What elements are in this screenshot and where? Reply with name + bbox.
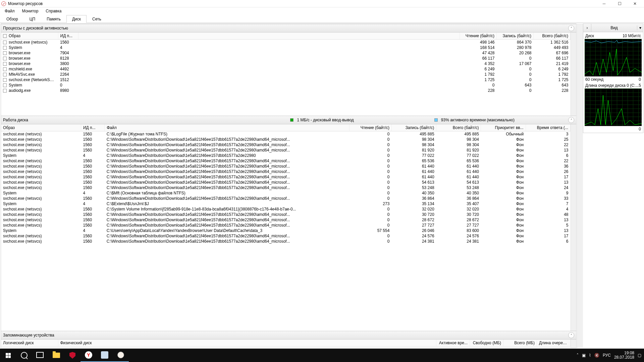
taskbar-yandex[interactable]: Y [80,349,97,362]
task-view-button[interactable] [32,349,48,362]
col-read[interactable]: Чтение (байт/с) [349,124,391,131]
processes-table[interactable]: Образ ИД п... Чтение (байт/с) Запись (ба… [1,33,571,116]
col-image[interactable]: Образ [1,124,81,131]
wifi-icon[interactable]: ⌇ [589,353,591,358]
table-row[interactable]: System00643643 [1,82,571,88]
table-row[interactable]: svchost.exe (NetworkService)15121 72501 … [1,77,571,82]
table-row[interactable]: svchost.exe (netsvcs)1560C:\Windows\Soft… [1,164,571,169]
row-checkbox[interactable] [3,78,7,82]
table-row[interactable]: svchost.exe (netsvcs)1560C:\Windows\Soft… [1,147,571,153]
table-row[interactable]: svchost.exe (netsvcs)1560498 146864 3701… [1,40,571,45]
table-header-row[interactable]: Образ ИД п... Файл Чтение (байт/с) Запис… [1,124,571,131]
select-all-checkbox[interactable] [3,34,7,38]
notifications-button[interactable]: ▢ [638,353,641,358]
table-row[interactable]: mcshield.exe44926 24906 249 [1,66,571,72]
table-row[interactable]: svchost.exe (netsvcs)1560C:\Windows\Soft… [1,217,571,223]
table-row[interactable]: System4C:\$Extend\$UsnJrnl:$J27335 13435… [1,201,571,206]
col-read[interactable]: Чтение (байт/с) [460,33,497,40]
taskbar-app[interactable] [97,349,113,362]
table-header-row[interactable]: Логический диск Физический диск Активное… [1,340,571,347]
table-header-row[interactable]: Образ ИД п... Чтение (байт/с) Запись (ба… [1,33,571,40]
col-response[interactable]: Время ответа (... [526,124,570,131]
table-row[interactable]: svchost.exe (netsvcs)1560C:\$LogFile (Жу… [1,131,571,137]
start-button[interactable] [0,349,16,362]
main-scrollbar[interactable] [577,23,583,348]
activity-table[interactable]: Образ ИД п... Файл Чтение (байт/с) Запис… [1,124,571,331]
tab-cpu[interactable]: ЦП [24,15,41,23]
collapse-processes-button[interactable]: ˄ [568,25,574,31]
row-checkbox[interactable] [3,73,7,76]
table-row[interactable]: svchost.exe (netsvcs)1560C:\Windows\Soft… [1,137,571,142]
table-row[interactable]: svchost.exe (netsvcs)1560C:\Windows\Soft… [1,233,571,239]
table-row[interactable]: browser.exe812866 117066 117 [1,56,571,61]
battery-icon[interactable]: ▣ [582,353,586,358]
section-activity-header[interactable]: Работа диска 1 МБ/с - дисковый ввод-выво… [1,116,576,124]
processes-scrollbar[interactable] [571,33,576,116]
close-button[interactable]: ✕ [627,0,643,7]
row-checkbox[interactable] [3,89,7,93]
view-nav-button[interactable]: › [583,24,591,32]
row-checkbox[interactable] [3,41,7,44]
table-row[interactable]: System4C:\$Mft (Основная таблица файлов … [1,190,571,196]
col-write[interactable]: Запись (байт/с) [391,124,436,131]
col-total[interactable]: Всего (байт/с) [436,124,481,131]
view-label[interactable]: Вид [591,25,637,30]
col-write[interactable]: Запись (байт/с) [497,33,534,40]
table-row[interactable]: audiodg.exe89802280228 [1,88,571,93]
table-row[interactable]: System4C:\Users\seriy\AppData\Local\Yand… [1,228,571,233]
menu-monitor[interactable]: Монитор [19,8,42,14]
table-row[interactable]: MfeAVSvc.exe22641 79201 792 [1,72,571,77]
row-checkbox[interactable] [3,83,7,87]
table-row[interactable]: browser.exe38004 35217 06721 419 [1,61,571,66]
col-active[interactable]: Активное вре... [436,340,470,347]
row-checkbox[interactable] [3,62,7,66]
view-dropdown-button[interactable]: ▾ [637,25,643,30]
col-file[interactable]: Файл [105,124,350,131]
table-row[interactable]: svchost.exe (netsvcs)1560C:\Windows\Soft… [1,174,571,180]
section-storage-header[interactable]: Запоминающие устройства ˄ [1,331,576,340]
activity-scrollbar[interactable] [571,124,576,331]
storage-scrollbar[interactable] [571,340,576,348]
row-checkbox[interactable] [3,51,7,55]
minimize-button[interactable]: ─ [596,0,612,7]
table-row[interactable]: svchost.exe (netsvcs)1560C:\Windows\Soft… [1,196,571,201]
col-pid[interactable]: ИД п... [58,33,78,40]
col-total[interactable]: Всего (МБ) [503,340,537,347]
col-physical[interactable]: Физический диск [58,340,436,347]
taskbar-explorer[interactable] [48,349,64,362]
volume-icon[interactable]: 🔇 [594,353,599,358]
search-button[interactable] [16,349,32,362]
table-row[interactable]: svchost.exe (netsvcs)1560C:\Windows\Soft… [1,212,571,217]
table-row[interactable]: svchost.exe (netsvcs)1560C:\System Volum… [1,206,571,212]
table-row[interactable]: svchost.exe (netsvcs)1560C:\Windows\Soft… [1,158,571,164]
col-queue[interactable]: Длина очеред... [537,340,571,347]
menu-file[interactable]: Файл [1,8,18,14]
row-checkbox[interactable] [3,57,7,60]
language-indicator[interactable]: РУС [603,353,611,358]
col-logical[interactable]: Логический диск [1,340,58,347]
table-row[interactable]: svchost.exe (netsvcs)1560C:\Windows\Soft… [1,239,571,244]
col-total[interactable]: Всего (байт/с) [534,33,571,40]
clock[interactable]: 19:08 28.07.2018 [614,351,634,360]
table-row[interactable]: svchost.exe (netsvcs)1560C:\Windows\Soft… [1,223,571,228]
table-row[interactable]: browser.exe790447 42820 26867 696 [1,50,571,56]
row-checkbox[interactable] [3,67,7,71]
col-pid[interactable]: ИД п... [81,124,104,131]
col-image[interactable]: Образ [1,33,58,40]
tab-overview[interactable]: Обзор [1,15,24,23]
row-checkbox[interactable] [3,46,7,50]
tab-network[interactable]: Сеть [87,15,107,23]
tab-memory[interactable]: Память [41,15,66,23]
table-row[interactable]: svchost.exe (netsvcs)1560C:\Windows\Soft… [1,169,571,174]
table-row[interactable]: svchost.exe (netsvcs)1560C:\Windows\Soft… [1,185,571,190]
menu-help[interactable]: Справка [42,8,65,14]
table-row[interactable]: svchost.exe (netsvcs)1560C:\Windows\Soft… [1,180,571,185]
collapse-storage-button[interactable]: ˄ [568,332,574,338]
col-priority[interactable]: Приоритет вв... [481,124,526,131]
taskbar-resmon[interactable] [113,349,129,362]
taskbar-mcafee[interactable] [64,349,80,362]
tray-chevron-icon[interactable]: ˄ [577,353,579,358]
table-row[interactable]: System4168 514280 978449 493 [1,45,571,50]
table-row[interactable]: System4C:\Windows\SoftwareDistribution\D… [1,153,571,158]
col-free[interactable]: Свободно (МБ) [470,340,503,347]
